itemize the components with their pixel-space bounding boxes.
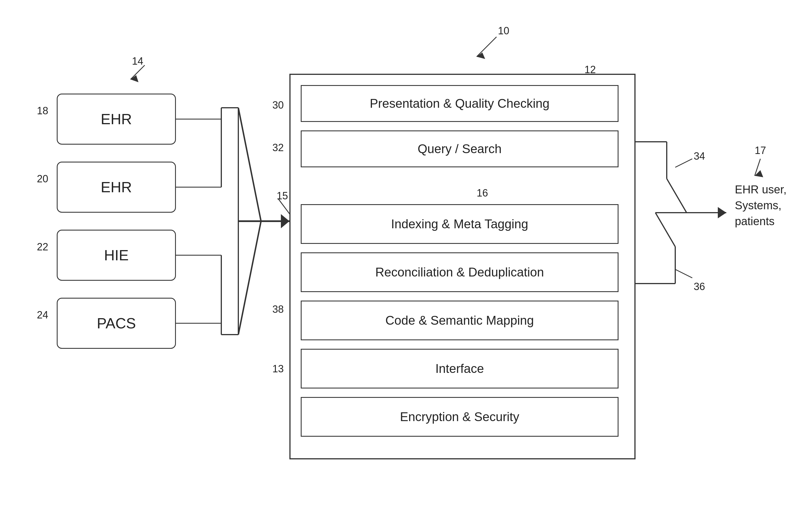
- layer-reconciliation: Reconciliation & Deduplication: [301, 252, 618, 292]
- hie-box: HIE: [57, 230, 176, 281]
- layer-indexing: Indexing & Meta Tagging: [301, 204, 618, 244]
- ref-18: 18: [37, 105, 48, 117]
- ref-32: 32: [272, 142, 284, 154]
- ref-22: 22: [37, 241, 48, 253]
- ref-15: 15: [277, 190, 288, 202]
- ref-36: 36: [694, 281, 705, 293]
- layer-query-search: Query / Search: [301, 130, 618, 167]
- layer-presentation: Presentation & Quality Checking: [301, 85, 618, 122]
- pacs-box: PACS: [57, 298, 176, 349]
- ref-10: 10: [498, 25, 509, 37]
- svg-marker-17: [281, 214, 289, 228]
- ref-14: 14: [132, 55, 143, 67]
- svg-line-30: [675, 269, 692, 278]
- ref-38: 38: [272, 303, 284, 315]
- ref-16: 16: [477, 187, 488, 199]
- svg-line-15: [238, 221, 261, 335]
- layer-interface: Interface: [301, 349, 618, 388]
- ehr-box-1: EHR: [57, 94, 176, 145]
- ref-30: 30: [272, 99, 284, 111]
- svg-line-14: [238, 108, 261, 221]
- svg-line-31: [755, 159, 760, 176]
- svg-line-24: [655, 213, 675, 247]
- ehr-user-label: EHR user, Systems, patients: [735, 181, 786, 229]
- diagram: 10 14 18 EHR 20 EHR 22 HIE 24 PACS 12 30…: [0, 0, 812, 509]
- svg-line-22: [667, 179, 687, 213]
- layer-encryption: Encryption & Security: [301, 397, 618, 437]
- svg-marker-32: [755, 170, 763, 177]
- svg-line-2: [131, 65, 145, 79]
- ref-34: 34: [694, 150, 705, 162]
- svg-marker-3: [131, 75, 138, 82]
- layer-code-semantic: Code & Semantic Mapping: [301, 301, 618, 340]
- ref-13: 13: [272, 363, 284, 375]
- ref-24: 24: [37, 309, 48, 321]
- svg-marker-1: [477, 53, 485, 59]
- ehr-box-2: EHR: [57, 162, 176, 213]
- ref-20: 20: [37, 173, 48, 185]
- ref-12: 12: [584, 64, 596, 76]
- svg-marker-28: [718, 207, 726, 218]
- svg-line-29: [675, 159, 692, 167]
- svg-line-0: [477, 37, 496, 57]
- ref-17: 17: [755, 145, 766, 157]
